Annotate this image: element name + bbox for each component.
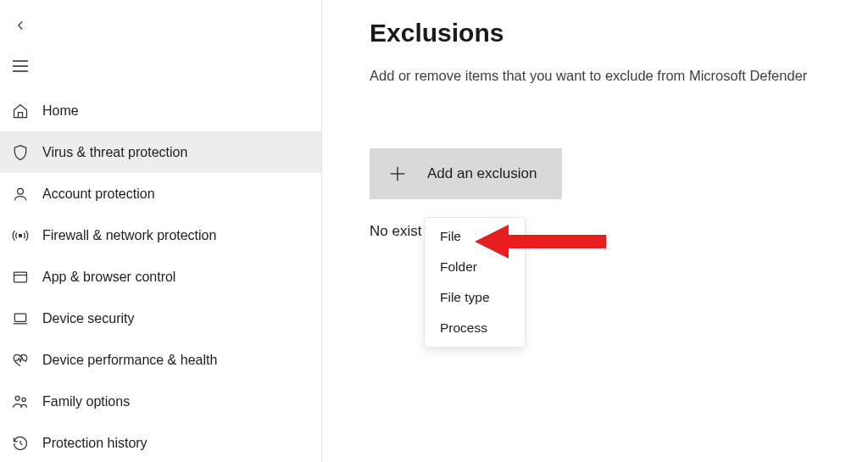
sidebar-item-history[interactable]: Protection history	[0, 422, 321, 462]
sidebar-item-account[interactable]: Account protection	[0, 173, 321, 214]
sidebar-item-home[interactable]: Home	[0, 90, 321, 131]
svg-point-4	[19, 234, 21, 237]
dropdown-item-process[interactable]: Process	[425, 313, 525, 343]
dropdown-item-folder[interactable]: Folder	[425, 252, 525, 282]
page-title: Exclusions	[370, 19, 868, 47]
sidebar-item-label: Virus & threat protection	[42, 145, 187, 160]
sidebar-item-performance[interactable]: Device performance & health	[0, 339, 321, 381]
sidebar-item-label: App & browser control	[42, 270, 175, 285]
dropdown-item-filetype[interactable]: File type	[425, 282, 525, 313]
add-exclusion-button[interactable]: Add an exclusion	[370, 148, 562, 199]
history-icon	[10, 433, 31, 454]
person-icon	[10, 184, 31, 204]
family-icon	[10, 392, 31, 412]
svg-rect-7	[14, 314, 25, 321]
plus-icon	[388, 164, 407, 183]
svg-point-3	[18, 188, 24, 194]
sidebar-item-label: Device security	[42, 311, 134, 326]
sidebar-item-label: Family options	[42, 394, 130, 409]
add-exclusion-label: Add an exclusion	[427, 165, 537, 182]
heart-icon	[10, 350, 31, 370]
sidebar: Home Virus & threat protection Account p…	[0, 0, 322, 462]
sidebar-item-label: Device performance & health	[42, 353, 217, 368]
broadcast-icon	[10, 225, 31, 246]
sidebar-item-label: Account protection	[42, 186, 155, 202]
arrow-left-icon	[13, 18, 28, 33]
sidebar-item-label: Firewall & network protection	[42, 228, 216, 243]
shield-icon	[10, 142, 31, 163]
sidebar-item-app-browser[interactable]: App & browser control	[0, 256, 321, 298]
menu-button[interactable]	[3, 51, 37, 81]
menu-icon	[13, 60, 28, 72]
svg-rect-5	[14, 272, 27, 282]
home-icon	[10, 101, 31, 121]
window-icon	[10, 267, 31, 287]
sidebar-item-virus-threat[interactable]: Virus & threat protection	[0, 131, 321, 173]
dropdown-item-file[interactable]: File	[425, 221, 525, 252]
back-button[interactable]	[3, 10, 37, 41]
svg-point-10	[22, 398, 25, 401]
exclusion-type-dropdown: File Folder File type Process	[424, 217, 526, 348]
svg-point-9	[15, 396, 19, 400]
page-subtitle: Add or remove items that you want to exc…	[370, 66, 868, 86]
sidebar-item-device-security[interactable]: Device security	[0, 298, 321, 339]
sidebar-item-family[interactable]: Family options	[0, 381, 321, 422]
sidebar-item-label: Protection history	[42, 436, 147, 451]
laptop-icon	[10, 309, 31, 329]
sidebar-item-firewall[interactable]: Firewall & network protection	[0, 214, 321, 256]
main-content: Exclusions Add or remove items that you …	[322, 0, 868, 462]
nav-list: Home Virus & threat protection Account p…	[0, 90, 321, 462]
sidebar-item-label: Home	[42, 103, 79, 119]
